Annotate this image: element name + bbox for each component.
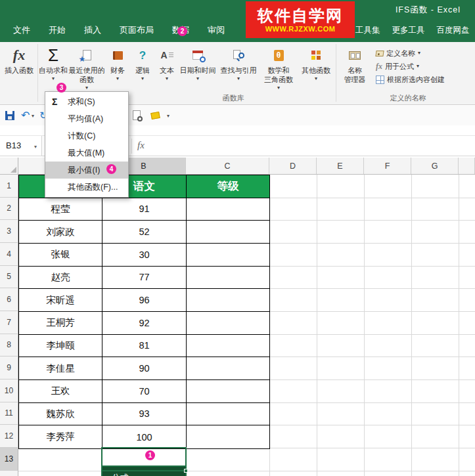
cell-score[interactable]: 100 — [102, 425, 187, 448]
tab-toolkit[interactable]: 工具集 — [350, 18, 386, 42]
gridline — [269, 379, 475, 380]
math-trig-label-2: 三角函数 — [264, 76, 293, 85]
cell-header-grade[interactable]: 等级 — [187, 175, 269, 198]
cell-grade[interactable] — [187, 221, 269, 243]
tab-insert[interactable]: 插入 — [75, 18, 110, 42]
column-header-c[interactable]: C — [186, 158, 269, 174]
insert-function-button[interactable]: fx 插入函数 — [1, 45, 37, 95]
score-table: 语文 等级 程莹 91 刘家政 52 张银 30 赵亮 77 宋昕遥 96 王桐… — [18, 175, 270, 449]
recent-functions-label-1: 最近使用的 — [69, 66, 105, 76]
cell-grade[interactable] — [187, 425, 269, 448]
cell-name[interactable]: 赵亮 — [19, 267, 102, 289]
formula-input[interactable] — [150, 136, 475, 156]
cell-grade[interactable] — [187, 380, 269, 402]
recent-functions-button[interactable]: ★ 最近使用的 函数 ▾ — [68, 45, 105, 95]
cell-score[interactable]: 93 — [102, 403, 187, 425]
row-header-4[interactable]: 4 — [0, 243, 18, 266]
undo-caret-icon[interactable]: ▾ — [32, 114, 34, 119]
menu-item-count[interactable]: 计数(C) — [45, 127, 128, 144]
cell-grade[interactable] — [187, 267, 269, 289]
cell-name[interactable]: 魏苏欣 — [19, 403, 102, 425]
cell-name[interactable]: 王桐芳 — [19, 312, 102, 334]
table-row: 李佳星 90 — [19, 357, 269, 380]
row-header-13[interactable]: 13 — [0, 448, 18, 471]
cell-name[interactable]: 王欢 — [19, 380, 102, 402]
logical-button[interactable]: ? 逻辑 ▾ — [130, 45, 155, 95]
cell-grade[interactable] — [187, 289, 269, 311]
cell-grade[interactable] — [187, 403, 269, 425]
row-header-2[interactable]: 2 — [0, 198, 18, 221]
group-label-function-library: 函数库 — [207, 93, 260, 103]
row-header-6[interactable]: 6 — [0, 288, 18, 311]
row-header-7[interactable]: 7 — [0, 311, 18, 334]
row-header-8[interactable]: 8 — [0, 334, 18, 357]
row-header-14-partial[interactable]: 14 — [0, 471, 18, 476]
column-header-e[interactable]: E — [317, 158, 364, 174]
cell-score[interactable]: 96 — [102, 289, 187, 311]
use-in-formula-button[interactable]: fx 用于公式 ▾ — [376, 60, 419, 72]
cell-score[interactable]: 90 — [102, 357, 187, 379]
qat-customize-caret-icon[interactable]: ▾ — [167, 114, 170, 119]
tab-baidu-netdisk[interactable]: 百度网盘 — [431, 18, 475, 42]
cell-grade[interactable] — [187, 244, 269, 266]
name-box-caret-icon[interactable]: ▾ — [34, 144, 37, 150]
row-header-10[interactable]: 10 — [0, 379, 18, 402]
fill-handle[interactable] — [184, 469, 188, 473]
row-header-3[interactable]: 3 — [0, 220, 18, 243]
financial-button[interactable]: 财务 ▾ — [105, 45, 130, 95]
math-trig-button[interactable]: θ 数学和 三角函数 ▾ — [259, 45, 298, 95]
undo-icon[interactable]: ↶ — [21, 110, 30, 121]
row-header-12[interactable]: 12 — [0, 425, 18, 448]
fx-label[interactable]: fx — [137, 140, 145, 151]
define-name-button[interactable]: 定义名称 ▾ — [376, 47, 420, 59]
menu-item-sum[interactable]: Σ 求和(S) — [45, 93, 128, 110]
menu-item-max[interactable]: 最大值(M) — [45, 144, 128, 162]
cell-name[interactable]: 李秀萍 — [19, 425, 102, 448]
tab-file[interactable]: 文件 — [4, 18, 39, 42]
format-painter-icon[interactable] — [150, 112, 160, 119]
column-header-g[interactable]: G — [411, 158, 459, 174]
tab-home[interactable]: 开始 — [39, 18, 75, 42]
select-all-corner[interactable] — [0, 158, 18, 174]
cell-score[interactable]: 92 — [102, 312, 187, 334]
print-preview-icon[interactable] — [133, 110, 141, 120]
cell-name[interactable]: 程莹 — [19, 198, 102, 221]
date-time-button[interactable]: 日期和时间 ▾ — [179, 45, 217, 95]
cell-score[interactable]: 81 — [102, 335, 187, 357]
cell-name[interactable]: 刘家政 — [19, 221, 102, 243]
table-row: 宋昕遥 96 — [19, 289, 269, 312]
cell-name[interactable]: 张银 — [19, 244, 102, 266]
cell-score[interactable]: 70 — [102, 380, 187, 402]
cell-name[interactable]: 宋昕遥 — [19, 289, 102, 311]
cell-score[interactable]: 30 — [102, 244, 187, 266]
recent-functions-label-2: 函数 — [79, 76, 94, 85]
row-header-5[interactable]: 5 — [0, 266, 18, 289]
cell-grade[interactable] — [187, 335, 269, 357]
menu-item-sum-label: 求和(S) — [68, 97, 95, 106]
row-header-11[interactable]: 11 — [0, 402, 18, 425]
tab-review[interactable]: 审阅 — [198, 18, 234, 42]
menu-item-more-functions[interactable]: 其他函数(F)... — [45, 179, 128, 196]
create-from-selection-button[interactable]: 根据所选内容创建 — [376, 74, 445, 85]
cell-score[interactable]: 77 — [102, 267, 187, 289]
cell-score[interactable]: 52 — [102, 221, 187, 243]
cell-grade[interactable] — [187, 312, 269, 334]
lookup-reference-button[interactable]: 查找与引用 ▾ — [218, 45, 259, 95]
more-functions-button[interactable]: 其他函数 ▾ — [298, 45, 334, 95]
cell-name[interactable]: 李坤颐 — [19, 335, 102, 357]
menu-item-average[interactable]: 平均值(A) — [45, 110, 128, 127]
row-header-1[interactable]: 1 — [0, 175, 18, 198]
row-header-9[interactable]: 9 — [0, 357, 18, 379]
cell-grade[interactable] — [187, 357, 269, 379]
column-header-f[interactable]: F — [364, 158, 411, 174]
cell-grade[interactable] — [187, 198, 269, 221]
save-icon[interactable] — [5, 111, 14, 120]
text-functions-button[interactable]: A 文本 ▾ — [155, 45, 179, 95]
cell-score[interactable]: 91 — [102, 198, 187, 221]
column-header-h-partial[interactable] — [459, 158, 475, 174]
name-manager-button[interactable]: 名称 管理器 — [338, 45, 372, 95]
tab-more-tools[interactable]: 更多工具 — [386, 18, 431, 42]
tab-page-layout[interactable]: 页面布局 — [110, 18, 163, 42]
column-header-d[interactable]: D — [269, 158, 317, 174]
cell-name[interactable]: 李佳星 — [19, 357, 102, 379]
